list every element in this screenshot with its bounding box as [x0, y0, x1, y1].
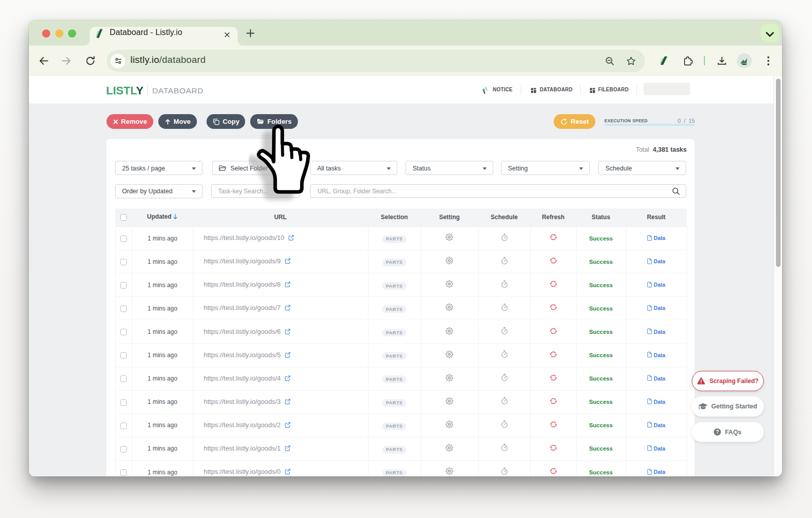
svg-text:?: ?: [716, 429, 719, 435]
